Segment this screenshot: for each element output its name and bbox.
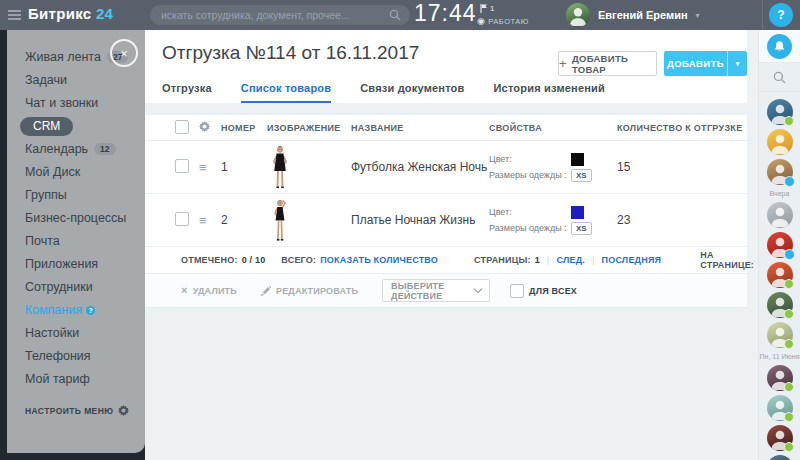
close-icon: × — [120, 47, 128, 60]
tab-shipment[interactable]: Отгрузка — [162, 82, 212, 103]
planner-flag[interactable]: 1 — [480, 4, 494, 13]
sidebar-menu: × Живая лента27 Задачи Чат и звонки CRM … — [7, 30, 145, 453]
tab-document-links[interactable]: Связи документов — [360, 82, 464, 103]
action-select[interactable]: ВЫБЕРИТЕ ДЕЙСТВИЕ — [382, 279, 490, 302]
color-label: Цвет: — [489, 207, 571, 217]
add-button-dropdown[interactable]: ▾ — [727, 51, 747, 76]
column-header-image[interactable]: ИЗОБРАЖЕНИЕ — [267, 123, 351, 133]
flag-icon — [480, 4, 487, 13]
sidebar-item-crm[interactable]: CRM — [7, 115, 145, 138]
product-image[interactable] — [267, 198, 351, 243]
sidebar-item-chat[interactable]: Чат и звонки — [7, 92, 145, 115]
column-header-number[interactable]: НОМЕР — [221, 123, 267, 133]
table-row[interactable]: ≡ 1 Футболка Женская Ночь Цвет: Ра — [145, 141, 747, 194]
column-header-properties[interactable]: СВОЙСТВА — [489, 123, 617, 133]
color-swatch — [571, 206, 584, 219]
product-properties: Цвет: Размеры одежды :XS — [489, 150, 617, 185]
user-profile[interactable]: Евгений Еремин ▾ — [566, 0, 700, 30]
chat-avatar[interactable] — [767, 292, 793, 318]
sidebar-item-my-drive[interactable]: Мой Диск — [7, 161, 145, 184]
chat-avatar[interactable] — [767, 159, 793, 185]
sidebar-item-mail[interactable]: Почта — [7, 230, 145, 253]
grid-settings-gear-icon[interactable] — [199, 121, 210, 132]
plus-icon: + — [559, 57, 567, 70]
date-separator: Вчера — [770, 187, 790, 200]
row-checkbox[interactable] — [175, 159, 189, 173]
chat-avatar[interactable] — [767, 232, 793, 258]
color-swatch — [571, 153, 584, 166]
help-button[interactable]: ? — [769, 3, 793, 27]
notifications-button[interactable] — [767, 34, 792, 59]
sidebar-item-telephony[interactable]: Телефония — [7, 345, 145, 368]
chat-avatar[interactable] — [767, 395, 793, 421]
company-info-icon: ? — [86, 306, 95, 315]
work-clock[interactable]: 17:44 — [414, 0, 477, 27]
sidebar-item-settings[interactable]: Настойки — [7, 322, 145, 345]
menu-hamburger-icon[interactable] — [8, 10, 21, 20]
column-header-name[interactable]: НАЗВАНИЕ — [351, 123, 489, 133]
help-icon: ? — [777, 8, 784, 22]
row-checkbox[interactable] — [175, 212, 189, 226]
chat-avatar[interactable] — [767, 262, 793, 288]
add-product-button[interactable]: + ДОБАВИТЬ ТОВАР — [558, 51, 657, 76]
tab-product-list[interactable]: Список товаров — [241, 82, 331, 103]
chat-avatar[interactable] — [767, 365, 793, 391]
current-page: 1 — [535, 255, 540, 265]
chat-avatar[interactable] — [767, 455, 793, 460]
sidebar-item-groups[interactable]: Группы — [7, 184, 145, 207]
chat-avatar[interactable] — [767, 99, 793, 125]
product-name[interactable]: Футболка Женская Ночь — [351, 160, 489, 174]
product-properties: Цвет: Размеры одежды :XS — [489, 203, 617, 238]
total-counter: ВСЕГО: ПОКАЗАТЬ КОЛИЧЕСТВО — [281, 255, 438, 265]
active-item-pill: CRM — [20, 117, 73, 136]
size-badge: XS — [571, 222, 592, 235]
product-image[interactable] — [267, 145, 351, 190]
sidebar-item-employees[interactable]: Сотрудники — [7, 276, 145, 299]
edit-button[interactable]: РЕДАКТИРОВАТЬ — [261, 286, 358, 296]
chat-avatar[interactable] — [767, 322, 793, 348]
chevron-down-icon — [474, 285, 482, 293]
sidebar-item-business-processes[interactable]: Бизнес-процессы — [7, 207, 145, 230]
show-count-link[interactable]: ПОКАЗАТЬ КОЛИЧЕСТВО — [320, 255, 438, 265]
global-search[interactable] — [150, 5, 410, 25]
search-input[interactable] — [159, 8, 389, 22]
add-split-button[interactable]: ДОБАВИТЬ ▾ — [664, 51, 747, 76]
online-status-dot — [784, 442, 794, 452]
rail-search-button[interactable] — [759, 63, 800, 92]
for-all-checkbox[interactable] — [510, 284, 524, 298]
delete-button[interactable]: × УДАЛИТЬ — [181, 285, 237, 296]
color-label: Цвет: — [489, 154, 571, 164]
size-label: Размеры одежды : — [489, 223, 571, 233]
sidebar-close-button[interactable]: × — [110, 39, 138, 67]
checked-counter: ОТМЕЧЕНО: 0 / 10 — [181, 255, 265, 265]
sidebar-item-tasks[interactable]: Задачи — [7, 69, 145, 92]
pages-nav: СТРАНИЦЫ: 1 | СЛЕД. | ПОСЛЕДНЯЯ — [474, 255, 661, 265]
work-status[interactable]: ◉ РАБОТАЮ — [477, 17, 529, 26]
sidebar-item-my-plan[interactable]: Мой тариф — [7, 368, 145, 391]
column-header-quantity[interactable]: КОЛИЧЕСТВО К ОТГРУЗКЕ — [617, 123, 747, 133]
chat-avatar[interactable] — [767, 129, 793, 155]
configure-menu-button[interactable]: НАСТРОИТЬ МЕНЮ — [7, 405, 145, 416]
tab-history[interactable]: История изменений — [494, 82, 605, 103]
main-content: Отгрузка №114 от 16.11.2017 + ДОБАВИТЬ Т… — [145, 30, 747, 460]
chat-avatar[interactable] — [767, 425, 793, 451]
drag-handle-icon[interactable]: ≡ — [199, 213, 221, 228]
drag-handle-icon[interactable]: ≡ — [199, 160, 221, 175]
table-row[interactable]: ≡ 2 Платье Ночная Жизнь Цвет: Разм — [145, 194, 747, 247]
chevron-down-icon: ▾ — [736, 60, 740, 68]
status-label: РАБОТАЮ — [488, 17, 529, 26]
sidebar-item-company[interactable]: Компания? — [7, 299, 145, 322]
online-status-dot — [784, 279, 794, 289]
recent-chats-list: Вчера Пн, 11 Июня — [759, 92, 800, 460]
select-all-checkbox[interactable] — [175, 120, 189, 134]
chat-avatar[interactable] — [767, 202, 793, 228]
user-avatar — [566, 3, 590, 27]
sidebar-item-apps[interactable]: Приложения — [7, 253, 145, 276]
size-badge: XS — [571, 169, 592, 182]
next-page-link[interactable]: СЛЕД. — [556, 255, 585, 265]
for-all-checkbox-group[interactable]: ДЛЯ ВСЕХ — [510, 284, 577, 298]
sidebar-item-calendar[interactable]: Календарь12 — [7, 138, 145, 161]
last-page-link[interactable]: ПОСЛЕДНЯЯ — [602, 255, 662, 265]
product-name[interactable]: Платье Ночная Жизнь — [351, 213, 489, 227]
app-logo[interactable]: Битрикс 24 — [28, 5, 113, 22]
